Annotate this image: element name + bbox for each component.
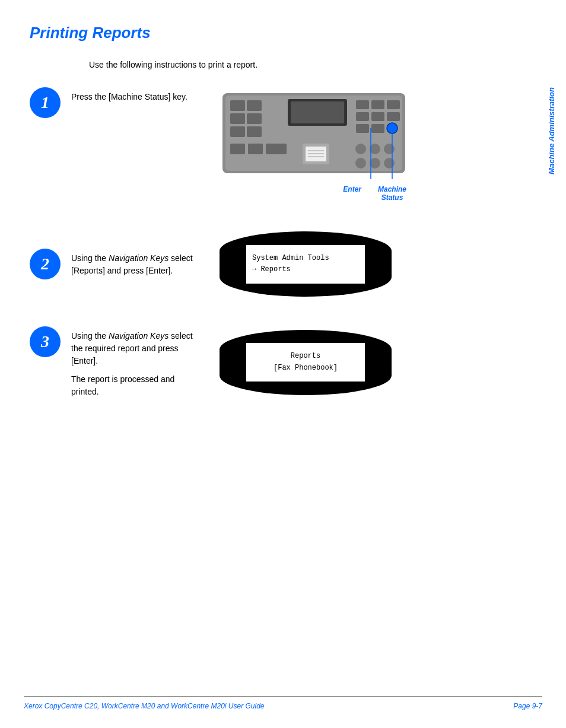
step-3-screen: Reports [Fax Phonebook] [220,330,392,395]
svg-rect-5 [247,113,262,124]
step-2-screen-line2: → Reports [252,264,359,275]
svg-rect-20 [248,144,263,154]
svg-rect-6 [230,126,245,137]
svg-rect-10 [356,100,369,109]
svg-point-18 [387,123,398,133]
svg-rect-3 [247,100,262,111]
step-3-screen-line2: [Fax Phonebook] [252,363,359,374]
svg-rect-11 [371,100,384,109]
step-3-extra: The report is processed and printed. [71,373,202,398]
page-title: Printing Reports [30,24,530,42]
svg-rect-4 [230,113,245,124]
footer-left: Xerox CopyCentre C20, WorkCentre M20 and… [24,702,265,710]
svg-rect-12 [387,100,400,109]
svg-rect-15 [387,112,400,121]
svg-rect-13 [356,112,369,121]
machine-panel-image: Enter MachineStatus [220,87,409,202]
step-1-circle: 1 [30,87,61,118]
page-footer: Xerox CopyCentre C20, WorkCentre M20 and… [24,697,542,710]
annotation-machine-status: MachineStatus [378,185,406,202]
page-container: Machine Administration Printing Reports … [0,0,566,728]
footer-right: Page 9-7 [513,702,542,710]
svg-rect-2 [230,100,245,111]
step-2-screen-inner: System Admin Tools → Reports [246,245,365,284]
step-3-screen-inner: Reports [Fax Phonebook] [246,343,365,382]
side-label: Machine Administration [542,47,560,214]
svg-point-29 [384,144,395,154]
step-3-circle: 3 [30,326,61,357]
svg-rect-14 [371,112,384,121]
step-2-instruction: Using the Navigation Keys select [Report… [71,249,202,277]
svg-point-30 [355,158,366,169]
step-2-screen: System Admin Tools → Reports [220,231,392,297]
svg-point-27 [355,144,366,154]
svg-rect-16 [356,124,369,133]
step-3-instruction: Using the Navigation Keys select the req… [71,326,202,398]
step-1-row: 1 Press the [Machine Status] key. [30,87,530,202]
side-label-text: Machine Administration [547,87,556,174]
step-2-screen-line1: System Admin Tools [252,253,359,264]
annotation-enter: Enter [343,185,361,202]
svg-rect-9 [291,101,344,123]
svg-point-32 [384,158,395,169]
svg-rect-19 [230,144,245,154]
step-3-row: 3 Using the Navigation Keys select the r… [30,326,530,398]
svg-rect-21 [266,144,287,154]
step-3-screen-line1: Reports [252,351,359,362]
step-2-row: 2 Using the Navigation Keys select [Repo… [30,231,530,297]
svg-rect-7 [247,126,262,137]
machine-svg [220,87,409,182]
svg-rect-17 [371,124,384,133]
intro-text: Use the following instructions to print … [89,60,530,69]
step-1-instruction: Press the [Machine Status] key. [71,87,187,103]
step-2-circle: 2 [30,249,61,279]
